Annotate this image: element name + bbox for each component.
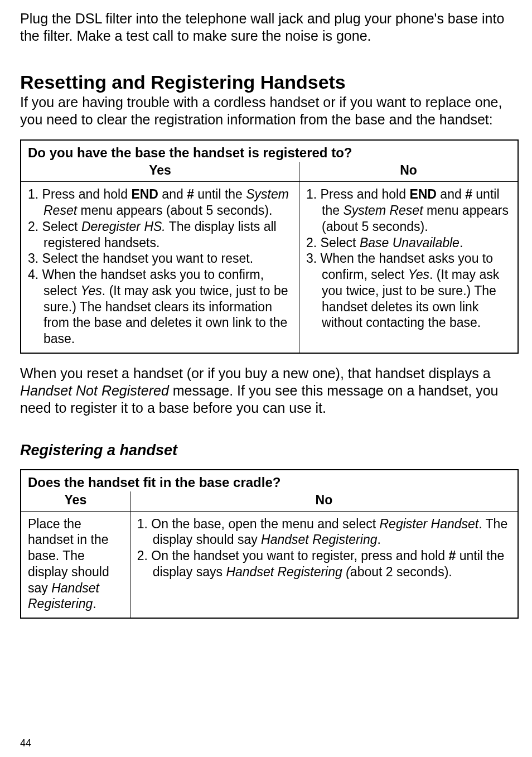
section-heading-resetting: Resetting and Registering Handsets: [20, 72, 519, 93]
table2-yes-header: Yes: [21, 491, 130, 512]
table1-yes-header: Yes: [21, 162, 299, 182]
table1-yes-item1: 1. Press and hold END and # until the Sy…: [28, 186, 293, 219]
intro-paragraph: Plug the DSL filter into the telephone w…: [20, 10, 519, 45]
table1-title: Do you have the base the handset is regi…: [21, 140, 518, 162]
table-registered-base: Do you have the base the handset is regi…: [20, 139, 519, 354]
table2-yes-cell: Place the handset in the base. The displ…: [21, 511, 130, 618]
page-number: 44: [20, 737, 31, 749]
table1-no-header: No: [299, 162, 518, 182]
table2-title: Does the handset fit in the base cradle?: [21, 470, 518, 491]
table1-no-item2: 2. Select Base Unavailable.: [306, 235, 512, 251]
section1-paragraph: If you are having trouble with a cordles…: [20, 94, 519, 129]
table1-no-item3: 3. When the handset asks you to confirm,…: [306, 250, 512, 331]
table2-no-item2: 2. On the handset you want to register, …: [137, 548, 512, 580]
table-fit-cradle: Does the handset fit in the base cradle?…: [20, 469, 519, 619]
table1-no-item1: 1. Press and hold END and # until the Sy…: [306, 186, 512, 234]
table1-yes-item3: 3. Select the handset you want to reset.: [28, 250, 293, 267]
mid-paragraph: When you reset a handset (or if you buy …: [20, 365, 519, 417]
table1-no-cell: 1. Press and hold END and # until the Sy…: [299, 182, 518, 353]
table2-no-header: No: [130, 491, 518, 512]
table2-no-cell: 1. On the base, open the menu and select…: [130, 511, 518, 618]
section-heading-registering: Registering a handset: [20, 442, 519, 459]
table1-yes-item4: 4. When the handset asks you to confirm,…: [28, 267, 293, 347]
table2-no-item1: 1. On the base, open the menu and select…: [137, 516, 512, 548]
table1-yes-item2: 2. Select Deregister HS. The display lis…: [28, 219, 293, 251]
table1-yes-cell: 1. Press and hold END and # until the Sy…: [21, 182, 299, 353]
